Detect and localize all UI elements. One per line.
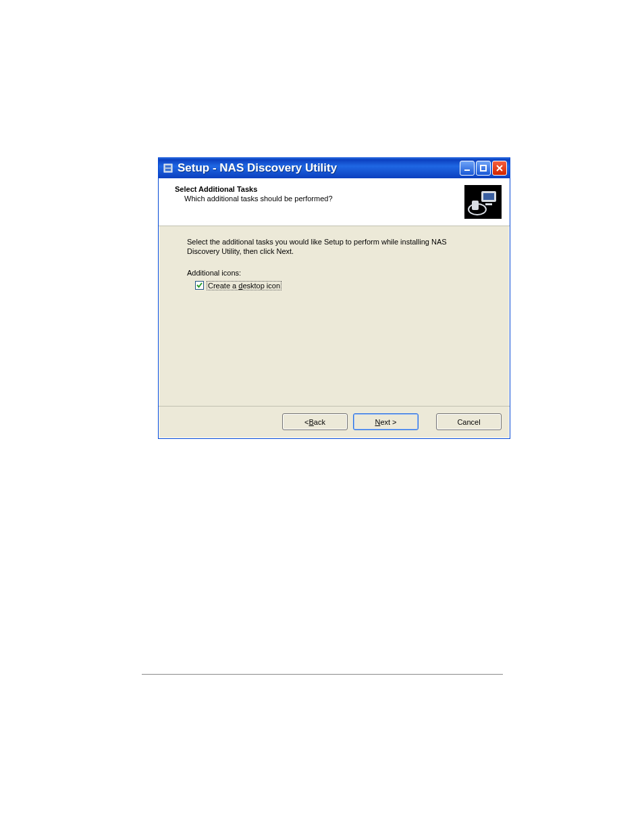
checkbox-label-post: esktop icon <box>242 282 280 290</box>
next-post: ext > <box>380 418 396 426</box>
wizard-step-title: Select Additional Tasks <box>175 185 464 193</box>
svg-rect-4 <box>481 165 486 171</box>
svg-rect-9 <box>483 193 494 200</box>
page-divider <box>142 674 503 675</box>
installer-icon <box>464 185 502 219</box>
section-label: Additional icons: <box>187 269 489 277</box>
wizard-header: Select Additional Tasks Which additional… <box>159 178 510 226</box>
close-button[interactable] <box>492 161 507 176</box>
create-desktop-icon-option[interactable]: Create a desktop icon <box>195 281 281 290</box>
wizard-header-text: Select Additional Tasks Which additional… <box>175 185 464 203</box>
svg-rect-2 <box>165 169 171 171</box>
checkbox-icon[interactable] <box>195 281 204 290</box>
button-gap <box>424 413 431 430</box>
svg-rect-12 <box>472 201 479 210</box>
back-accel: B <box>308 418 313 426</box>
wizard-body: Select the additional tasks you would li… <box>159 226 510 406</box>
svg-rect-0 <box>164 164 172 172</box>
svg-rect-10 <box>485 203 492 205</box>
cancel-button[interactable]: Cancel <box>436 413 502 430</box>
maximize-button[interactable] <box>476 161 491 176</box>
window-title: Setup - NAS Discovery Utility <box>178 161 460 175</box>
checkbox-label[interactable]: Create a desktop icon <box>207 281 281 290</box>
wizard-step-subtitle: Which additional tasks should be perform… <box>184 194 464 203</box>
title-bar[interactable]: Setup - NAS Discovery Utility <box>159 158 510 178</box>
wizard-footer: < Back Next > Cancel <box>159 406 510 438</box>
document-page: Setup - NAS Discovery Utility Select <box>0 0 644 834</box>
svg-rect-3 <box>464 170 470 171</box>
window-controls <box>460 161 507 176</box>
minimize-button[interactable] <box>460 161 475 176</box>
instruction-text: Select the additional tasks you would li… <box>187 237 471 257</box>
setup-wizard-window: Setup - NAS Discovery Utility Select <box>158 157 510 439</box>
app-icon <box>163 163 173 174</box>
checkbox-label-pre: Create a <box>208 282 238 290</box>
svg-rect-1 <box>165 165 171 167</box>
back-button[interactable]: < Back <box>282 413 348 430</box>
next-button[interactable]: Next > <box>353 413 419 430</box>
next-accel: N <box>375 418 380 426</box>
cancel-label: Cancel <box>457 418 480 426</box>
back-post: ack <box>314 418 325 426</box>
